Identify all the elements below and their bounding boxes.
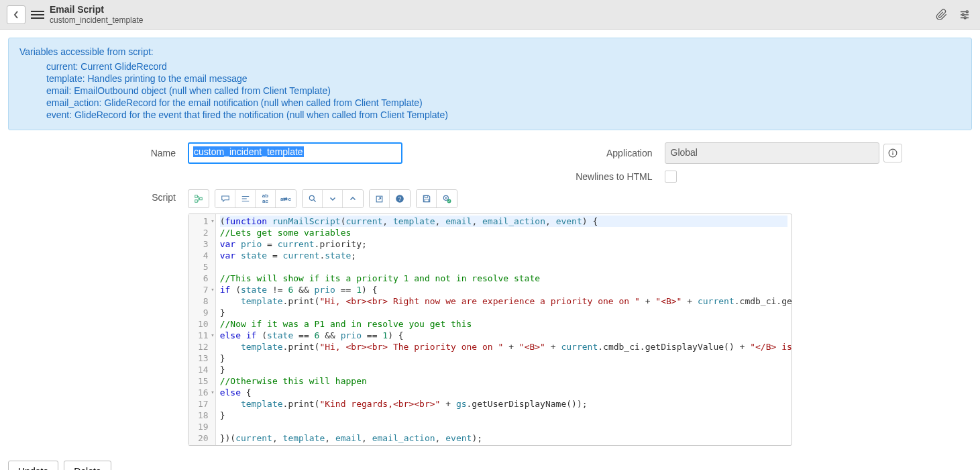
paperclip-icon [936,9,948,21]
script-debugger-button[interactable] [437,190,457,207]
svg-rect-6 [195,195,198,198]
info-title: Variables accessible from script: [19,46,961,57]
svg-rect-5 [892,151,893,152]
svg-rect-4 [892,152,893,155]
record-name-label: custom_incident_template [50,15,143,25]
header-bar: Email Script custom_incident_template [0,0,980,30]
newlines-checkbox[interactable] [665,171,677,183]
form-area: Name custom_incident_template Applicatio… [0,138,980,446]
replace-button[interactable]: abac [256,190,276,207]
chevron-up-icon [349,195,357,203]
search-down-button[interactable] [323,190,343,207]
script-toolbar: abac a⇄c [188,189,967,208]
attachment-button[interactable] [933,6,950,23]
save-button[interactable] [417,190,437,207]
help-button[interactable]: ? [390,190,410,207]
help-icon: ? [395,194,404,203]
sliders-icon [959,9,971,21]
menu-button[interactable] [31,8,44,21]
chevron-left-icon [13,10,19,19]
svg-rect-14 [425,199,429,202]
name-input[interactable]: custom_incident_template [188,142,402,164]
search-icon [308,194,317,203]
svg-rect-8 [200,197,203,200]
delete-button[interactable]: Delete [64,461,111,470]
fullscreen-button[interactable] [370,190,390,207]
chevron-down-icon [329,195,337,203]
svg-point-1 [962,13,964,15]
svg-rect-7 [195,200,198,203]
info-var: template: Handles printing to the email … [46,73,961,84]
info-var: email: EmailOutbound object (null when c… [46,85,961,96]
replace-all-button[interactable]: a⇄c [276,190,296,207]
info-var: event: GlideRecord for the event that fi… [46,109,961,120]
info-var: email_action: GlideRecord for the email … [46,97,961,108]
script-editor[interactable]: 1234567891011121314151617181920 (functio… [188,214,792,446]
name-label: Name [13,148,188,158]
svg-point-16 [445,197,447,199]
align-icon [241,195,250,203]
tree-icon [194,194,203,203]
comment-icon [221,195,230,203]
svg-text:?: ? [398,196,402,202]
info-icon [888,148,897,158]
settings-button[interactable] [956,6,973,23]
form-actions: Update Delete [0,453,980,470]
search-up-button[interactable] [343,190,363,207]
svg-point-9 [309,195,314,200]
svg-point-0 [966,11,968,13]
search-button[interactable] [303,190,323,207]
application-label: Application [490,148,665,158]
application-field: Global [665,142,879,164]
gear-check-icon [442,194,451,203]
newlines-label: Newlines to HTML [490,171,665,182]
script-label: Script [13,189,188,203]
back-button[interactable] [7,5,25,24]
update-button[interactable]: Update [8,461,58,470]
info-var: current: Current GlideRecord [46,61,961,72]
external-icon [375,195,384,203]
script-tree-button[interactable] [188,189,209,208]
format-code-button[interactable] [235,190,256,207]
record-type-label: Email Script [50,4,143,15]
script-variables-info: Variables accessible from script: curren… [8,38,972,130]
save-icon [422,194,431,203]
svg-point-2 [964,17,966,19]
toggle-comment-button[interactable] [215,190,235,207]
header-title-block: Email Script custom_incident_template [50,4,143,25]
application-info-button[interactable] [883,144,902,162]
